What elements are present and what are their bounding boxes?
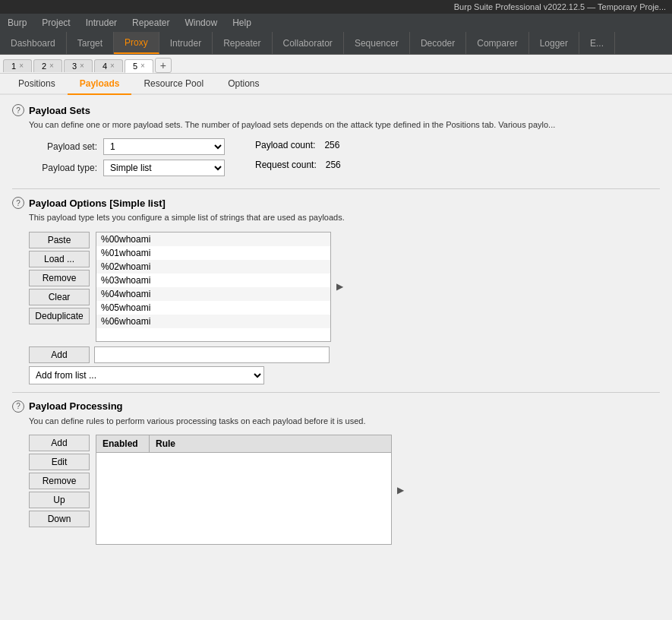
add-button[interactable]: Add — [29, 346, 90, 363]
tab-resource-pool[interactable]: Resource Pool — [131, 74, 216, 95]
menu-burp[interactable]: Burp — [0, 15, 34, 30]
close-tab-2-icon[interactable]: × — [49, 62, 54, 70]
processing-table-container: Add Edit Remove Up Down Enabled Rule ▶ — [29, 435, 660, 545]
menu-project[interactable]: Project — [34, 15, 77, 30]
col-rule: Rule — [150, 435, 391, 452]
num-tab-4[interactable]: 4 × — [94, 59, 123, 72]
tab-target[interactable]: Target — [67, 32, 114, 54]
add-from-list-row: Add from list ... — [29, 366, 660, 384]
processing-action-buttons: Add Edit Remove Up Down — [29, 435, 90, 527]
processing-scroll-right-icon[interactable]: ▶ — [397, 485, 404, 495]
processing-down-button[interactable]: Down — [29, 511, 90, 527]
payload-processing-title: Payload Processing — [29, 400, 123, 412]
num-tab-2[interactable]: 2 × — [33, 59, 62, 72]
payload-options-header: ? Payload Options [Simple list] — [12, 197, 660, 209]
add-tab-button[interactable]: + — [155, 58, 172, 73]
payload-set-select[interactable]: 1 — [103, 138, 225, 155]
processing-remove-button[interactable]: Remove — [29, 473, 90, 489]
menu-bar: Burp Project Intruder Repeater Window He… — [0, 14, 672, 32]
payload-action-buttons: Paste Load ... Remove Clear Deduplicate — [29, 232, 90, 324]
payload-list-container: Paste Load ... Remove Clear Deduplicate … — [29, 232, 660, 342]
tab-extra[interactable]: E... — [579, 32, 615, 54]
processing-table-body[interactable] — [96, 453, 391, 544]
payload-options-desc: This payload type lets you configure a s… — [29, 212, 660, 223]
num-tab-3[interactable]: 3 × — [64, 59, 93, 72]
list-item[interactable]: %03whoami — [96, 274, 330, 287]
payload-sets-title: Payload Sets — [29, 105, 90, 116]
close-tab-3-icon[interactable]: × — [80, 62, 84, 70]
processing-edit-button[interactable]: Edit — [29, 454, 90, 470]
divider-1 — [12, 188, 660, 189]
payload-set-row: Payload set: 1 — [29, 138, 225, 155]
list-item[interactable]: %00whoami — [96, 232, 330, 246]
title-bar: Burp Suite Professional v2022.12.5 — Tem… — [0, 0, 672, 14]
list-area: %00whoami %01whoami %02whoami %03whoami … — [96, 232, 331, 342]
list-scroll-right-icon[interactable]: ▶ — [336, 281, 343, 292]
payload-count-row: Payload count: 256 — [255, 140, 341, 150]
remove-button[interactable]: Remove — [29, 270, 90, 286]
section-tabs-bar: Positions Payloads Resource Pool Options — [0, 74, 672, 95]
tab-sequencer[interactable]: Sequencer — [344, 32, 410, 54]
payload-count-label: Payload count: — [255, 140, 315, 150]
tab-payloads[interactable]: Payloads — [68, 74, 132, 95]
deduplicate-button[interactable]: Deduplicate — [29, 308, 90, 324]
tab-options[interactable]: Options — [216, 74, 271, 95]
list-item[interactable]: %06whoami — [96, 315, 330, 328]
add-input[interactable] — [94, 346, 330, 363]
list-item[interactable]: %05whoami — [96, 301, 330, 315]
clear-button[interactable]: Clear — [29, 289, 90, 305]
payload-set-label: Payload set: — [29, 141, 97, 152]
tab-intruder[interactable]: Intruder — [159, 32, 213, 54]
tab-comparer[interactable]: Comparer — [466, 32, 528, 54]
payload-type-row: Payload type: Simple list — [29, 160, 225, 176]
col-enabled: Enabled — [96, 435, 150, 452]
list-item[interactable]: %04whoami — [96, 287, 330, 301]
menu-repeater[interactable]: Repeater — [125, 15, 177, 30]
list-item[interactable]: %01whoami — [96, 246, 330, 260]
list-item[interactable]: %02whoami — [96, 260, 330, 274]
num-tabs-bar: 1 × 2 × 3 × 4 × 5 × + — [0, 55, 672, 74]
request-count-value: 256 — [326, 160, 341, 170]
menu-intruder[interactable]: Intruder — [78, 15, 125, 30]
payload-processing-header: ? Payload Processing — [12, 400, 660, 413]
request-count-label: Request count: — [255, 160, 317, 170]
title-text: Burp Suite Professional v2022.12.5 — Tem… — [454, 2, 666, 11]
processing-table-header: Enabled Rule — [96, 435, 391, 453]
close-tab-5-icon[interactable]: × — [140, 62, 145, 70]
payload-sets-form: Payload set: 1 Payload type: Simple list… — [29, 138, 660, 181]
payload-type-select[interactable]: Simple list — [103, 160, 225, 176]
close-tab-1-icon[interactable]: × — [19, 62, 24, 70]
tab-dashboard[interactable]: Dashboard — [0, 32, 67, 54]
payload-sets-help-icon[interactable]: ? — [12, 104, 24, 116]
add-row: Add — [29, 346, 660, 363]
processing-table: Enabled Rule — [96, 435, 392, 545]
tab-decoder[interactable]: Decoder — [410, 32, 466, 54]
payload-processing-desc: You can define rules to perform various … — [29, 416, 660, 427]
payload-sets-desc: You can define one or more payload sets.… — [29, 119, 660, 131]
tab-positions[interactable]: Positions — [6, 74, 68, 95]
top-tabs-bar: Dashboard Target Proxy Intruder Repeater… — [0, 32, 672, 55]
divider-2 — [12, 392, 660, 393]
load-button[interactable]: Load ... — [29, 251, 90, 267]
add-from-list-select[interactable]: Add from list ... — [29, 366, 264, 384]
payload-sets-header: ? Payload Sets — [12, 104, 660, 116]
tab-proxy[interactable]: Proxy — [114, 32, 159, 54]
payload-processing-help-icon[interactable]: ? — [12, 400, 24, 413]
tab-logger[interactable]: Logger — [529, 32, 579, 54]
paste-button[interactable]: Paste — [29, 232, 90, 248]
tab-repeater[interactable]: Repeater — [213, 32, 272, 54]
menu-help[interactable]: Help — [225, 15, 259, 30]
num-tab-5[interactable]: 5 × — [125, 59, 153, 73]
num-tab-1[interactable]: 1 × — [3, 59, 32, 72]
tab-collaborator[interactable]: Collaborator — [273, 32, 344, 54]
payload-type-label: Payload type: — [29, 163, 97, 173]
menu-window[interactable]: Window — [177, 15, 225, 30]
processing-up-button[interactable]: Up — [29, 492, 90, 508]
processing-add-button[interactable]: Add — [29, 435, 90, 451]
close-tab-4-icon[interactable]: × — [110, 62, 115, 70]
payload-count-value: 256 — [324, 140, 339, 150]
main-content: ? Payload Sets You can define one or mor… — [0, 95, 672, 554]
payload-options-help-icon[interactable]: ? — [12, 197, 24, 209]
payload-listbox[interactable]: %00whoami %01whoami %02whoami %03whoami … — [96, 232, 331, 342]
payload-options-title: Payload Options [Simple list] — [29, 198, 166, 209]
